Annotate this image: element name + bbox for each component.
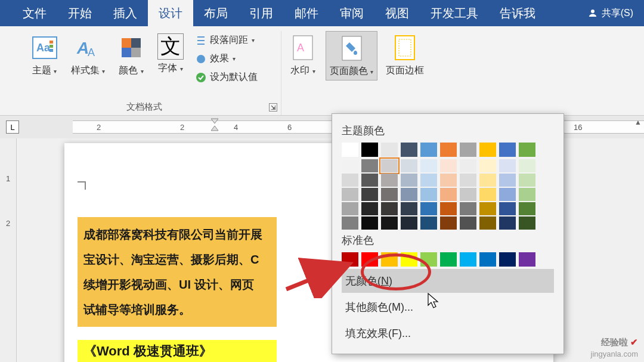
- color-swatch[interactable]: [440, 202, 457, 215]
- color-swatch[interactable]: [479, 143, 496, 157]
- color-swatch[interactable]: [440, 143, 457, 157]
- color-swatch[interactable]: [460, 159, 476, 172]
- color-swatch[interactable]: [519, 143, 535, 157]
- color-swatch[interactable]: [420, 188, 437, 201]
- color-swatch[interactable]: [401, 202, 417, 215]
- color-swatch[interactable]: [499, 188, 516, 201]
- color-swatch[interactable]: [342, 159, 358, 172]
- color-swatch[interactable]: [401, 188, 417, 201]
- watermark-button[interactable]: A 水印 ▾: [285, 31, 321, 81]
- styleset-button[interactable]: AA 样式集 ▾: [67, 31, 109, 85]
- menu-insert[interactable]: 插入: [103, 0, 148, 27]
- color-swatch[interactable]: [499, 216, 516, 230]
- menu-view[interactable]: 视图: [374, 0, 420, 27]
- color-swatch[interactable]: [479, 252, 496, 267]
- menu-file[interactable]: 文件: [12, 0, 57, 27]
- color-swatch[interactable]: [479, 174, 496, 187]
- color-swatch[interactable]: [440, 174, 457, 187]
- menu-mailings[interactable]: 邮件: [284, 0, 329, 27]
- color-swatch[interactable]: [460, 202, 476, 215]
- fill-effects-option[interactable]: 填充效果(F)...: [342, 321, 554, 345]
- color-swatch[interactable]: [519, 202, 535, 215]
- color-swatch[interactable]: [460, 216, 476, 230]
- color-swatch[interactable]: [420, 143, 437, 157]
- color-swatch[interactable]: [519, 252, 535, 267]
- themes-button[interactable]: Aa 主题 ▾: [27, 31, 63, 85]
- color-swatch[interactable]: [519, 216, 535, 230]
- color-swatch[interactable]: [499, 252, 516, 267]
- color-swatch[interactable]: [499, 174, 516, 187]
- color-swatch[interactable]: [381, 174, 398, 187]
- colors-button[interactable]: 颜色 ▾: [113, 31, 149, 85]
- menu-references[interactable]: 引用: [239, 0, 284, 27]
- no-color-option[interactable]: 无颜色(N): [342, 269, 554, 293]
- color-swatch[interactable]: [361, 174, 378, 187]
- color-swatch[interactable]: [361, 143, 378, 157]
- color-swatch[interactable]: [440, 252, 457, 267]
- color-swatch[interactable]: [381, 202, 398, 215]
- paragraph-spacing-button[interactable]: 段落间距 ▾: [192, 32, 261, 48]
- menu-home[interactable]: 开始: [57, 0, 103, 27]
- color-swatch[interactable]: [361, 159, 378, 172]
- scroll-up-button[interactable]: ▲: [634, 118, 642, 126]
- color-swatch[interactable]: [401, 252, 417, 267]
- highlighted-paragraph[interactable]: 成都部落窝科技有限公司当前开展 宝设计、淘宝运营、摄影后期、C 续增开影视动画、…: [78, 217, 277, 327]
- color-swatch[interactable]: [420, 252, 437, 267]
- color-swatch[interactable]: [460, 188, 476, 201]
- tab-selector[interactable]: L: [6, 120, 19, 134]
- color-swatch[interactable]: [440, 216, 457, 230]
- color-swatch[interactable]: [420, 159, 437, 172]
- color-swatch[interactable]: [479, 159, 496, 172]
- effects-button[interactable]: 效果 ▾: [192, 51, 261, 67]
- page-color-button[interactable]: 页面颜色 ▾: [326, 31, 377, 81]
- color-swatch[interactable]: [342, 252, 358, 267]
- color-swatch[interactable]: [519, 188, 535, 201]
- menu-developer[interactable]: 开发工具: [420, 0, 489, 27]
- fonts-button[interactable]: 文 字体 ▾: [154, 31, 187, 85]
- color-swatch[interactable]: [401, 216, 417, 230]
- color-swatch[interactable]: [361, 188, 378, 201]
- color-swatch[interactable]: [342, 174, 358, 187]
- color-swatch[interactable]: [499, 159, 516, 172]
- page-borders-button[interactable]: 页面边框: [382, 31, 428, 81]
- dialog-launcher[interactable]: ⇲: [269, 103, 277, 112]
- menu-layout[interactable]: 布局: [193, 0, 239, 27]
- share-button[interactable]: + 共享(S): [587, 7, 633, 20]
- set-default-button[interactable]: 设为默认值: [192, 69, 261, 85]
- color-swatch[interactable]: [401, 143, 417, 157]
- color-swatch[interactable]: [440, 188, 457, 201]
- color-swatch[interactable]: [342, 216, 358, 230]
- color-swatch[interactable]: [381, 188, 398, 201]
- color-swatch[interactable]: [342, 188, 358, 201]
- menu-design[interactable]: 设计: [148, 0, 193, 27]
- color-swatch[interactable]: [381, 216, 398, 230]
- indent-marker-icon[interactable]: [210, 117, 219, 132]
- color-swatch[interactable]: [381, 252, 398, 267]
- color-swatch[interactable]: [519, 174, 535, 187]
- color-swatch[interactable]: [420, 216, 437, 230]
- color-swatch[interactable]: [361, 202, 378, 215]
- more-colors-option[interactable]: 其他颜色(M)...: [342, 295, 554, 319]
- color-swatch[interactable]: [499, 202, 516, 215]
- color-swatch[interactable]: [460, 143, 476, 157]
- color-swatch[interactable]: [381, 143, 398, 157]
- highlighted-heading[interactable]: 《Word 极速贯通班》: [78, 340, 277, 362]
- color-swatch[interactable]: [361, 216, 378, 230]
- color-swatch[interactable]: [479, 188, 496, 201]
- color-swatch[interactable]: [479, 216, 496, 230]
- color-swatch[interactable]: [499, 143, 516, 157]
- color-swatch[interactable]: [401, 174, 417, 187]
- color-swatch[interactable]: [440, 159, 457, 172]
- color-swatch[interactable]: [460, 252, 476, 267]
- color-swatch[interactable]: [519, 159, 535, 172]
- color-swatch[interactable]: [479, 202, 496, 215]
- color-swatch[interactable]: [401, 159, 417, 172]
- color-swatch[interactable]: [420, 174, 437, 187]
- vertical-ruler[interactable]: 1 2: [0, 138, 17, 362]
- color-swatch[interactable]: [342, 143, 358, 157]
- color-swatch[interactable]: [381, 159, 398, 172]
- color-swatch[interactable]: [460, 174, 476, 187]
- color-swatch[interactable]: [361, 252, 378, 267]
- color-swatch[interactable]: [342, 202, 358, 215]
- menu-review[interactable]: 审阅: [329, 0, 374, 27]
